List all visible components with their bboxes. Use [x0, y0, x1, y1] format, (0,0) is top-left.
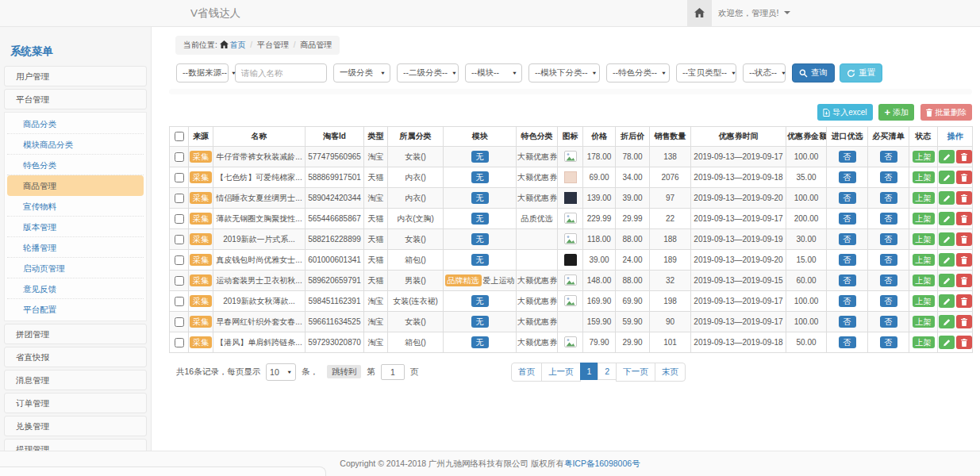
batch-delete-button[interactable]: 批量删除	[920, 104, 972, 121]
imported-toggle[interactable]: 否	[839, 213, 856, 225]
delete-button[interactable]	[956, 150, 972, 163]
icp-link[interactable]: 粤ICP备16098006号	[564, 459, 640, 468]
edit-button[interactable]	[939, 171, 955, 184]
imported-toggle[interactable]: 否	[839, 151, 856, 163]
status-badge[interactable]: 上架	[913, 316, 935, 328]
module-badge[interactable]: 无	[471, 151, 489, 163]
imported-toggle[interactable]: 否	[839, 171, 856, 183]
page-button[interactable]: 1	[580, 363, 599, 380]
status-badge[interactable]: 上架	[913, 254, 935, 266]
module-badge[interactable]: 无	[471, 171, 489, 183]
sidebar-group[interactable]: 用户管理	[4, 66, 147, 86]
must-buy-toggle[interactable]: 否	[880, 171, 897, 183]
delete-button[interactable]	[956, 336, 972, 349]
status-badge[interactable]: 上架	[913, 151, 935, 163]
delete-button[interactable]	[956, 253, 972, 267]
must-buy-toggle[interactable]: 否	[880, 336, 897, 348]
must-buy-toggle[interactable]: 否	[880, 274, 897, 286]
per-page-select[interactable]: 10▼	[266, 363, 296, 381]
delete-button[interactable]	[956, 294, 972, 308]
sidebar-item[interactable]: 启动页管理	[7, 258, 144, 278]
add-button[interactable]: +添加	[878, 104, 914, 121]
status-badge[interactable]: 上架	[913, 213, 935, 225]
page-button[interactable]: 上一页	[541, 363, 581, 382]
breadcrumb-home-link[interactable]: 首页	[220, 40, 246, 49]
imported-toggle[interactable]: 否	[839, 336, 856, 348]
home-button[interactable]	[687, 0, 712, 26]
user-menu[interactable]: 欢迎您，管理员!	[718, 0, 790, 26]
edit-button[interactable]	[939, 232, 955, 246]
must-buy-toggle[interactable]: 否	[880, 151, 897, 163]
jump-page-input[interactable]	[381, 364, 405, 380]
filter-select[interactable]: --宝贝类型--▼	[676, 63, 736, 83]
row-checkbox[interactable]	[175, 152, 184, 162]
must-buy-toggle[interactable]: 否	[880, 213, 897, 225]
module-badge[interactable]: 无	[471, 254, 489, 266]
edit-button[interactable]	[939, 253, 955, 267]
query-button[interactable]: 查询	[792, 63, 835, 83]
delete-button[interactable]	[956, 191, 972, 205]
delete-button[interactable]	[956, 315, 972, 328]
must-buy-toggle[interactable]: 否	[880, 316, 897, 328]
page-button[interactable]: 下一页	[616, 363, 655, 382]
sidebar-group[interactable]: 省直快报	[4, 347, 147, 367]
page-button[interactable]: 末页	[655, 363, 686, 382]
filter-select[interactable]: --状态--▼	[743, 63, 786, 83]
filter-select[interactable]: --二级分类--▼	[397, 63, 459, 83]
module-badge[interactable]: 无	[471, 316, 489, 328]
sidebar-item[interactable]: 版本管理	[7, 217, 144, 237]
status-badge[interactable]: 上架	[913, 171, 935, 183]
name-search-input[interactable]	[235, 63, 327, 83]
sidebar-item[interactable]: 意见反馈	[7, 278, 144, 299]
sidebar-item[interactable]: 轮播管理	[7, 237, 144, 258]
must-buy-toggle[interactable]: 否	[880, 254, 897, 266]
filter-select[interactable]: --模块--▼	[465, 63, 522, 83]
row-checkbox[interactable]	[175, 338, 184, 347]
delete-button[interactable]	[956, 274, 972, 287]
status-badge[interactable]: 上架	[913, 192, 935, 204]
edit-button[interactable]	[939, 274, 955, 287]
status-badge[interactable]: 上架	[913, 233, 935, 245]
filter-select[interactable]: 一级分类▼	[333, 63, 390, 83]
filter-select[interactable]: --数据来源--▼	[176, 63, 229, 83]
sidebar-group[interactable]: 拼团管理	[4, 324, 147, 344]
sidebar-item[interactable]: 宣传物料	[7, 196, 144, 217]
must-buy-toggle[interactable]: 否	[880, 192, 897, 204]
module-badge[interactable]: 无	[471, 192, 489, 204]
imported-toggle[interactable]: 否	[839, 316, 856, 328]
row-checkbox[interactable]	[175, 276, 184, 286]
row-checkbox[interactable]	[175, 194, 184, 203]
row-checkbox[interactable]	[175, 297, 184, 306]
module-badge[interactable]: 无	[471, 336, 489, 348]
status-badge[interactable]: 上架	[913, 295, 935, 307]
sidebar-item[interactable]: 特色分类	[7, 155, 144, 175]
must-buy-toggle[interactable]: 否	[880, 233, 897, 245]
page-button[interactable]: 2	[598, 363, 617, 380]
sidebar-item[interactable]: 平台配置	[7, 299, 144, 320]
reset-button[interactable]: 重置	[840, 63, 882, 83]
imported-toggle[interactable]: 否	[839, 192, 856, 204]
sidebar-item[interactable]: 模块商品分类	[7, 134, 144, 155]
imported-toggle[interactable]: 否	[839, 254, 856, 266]
row-checkbox[interactable]	[175, 173, 184, 182]
edit-button[interactable]	[939, 150, 955, 163]
sidebar-group[interactable]: 提现管理	[4, 439, 147, 451]
edit-button[interactable]	[939, 315, 955, 328]
import-excel-button[interactable]: 导入excel	[817, 104, 872, 121]
row-checkbox[interactable]	[175, 255, 184, 265]
edit-button[interactable]	[939, 336, 955, 349]
edit-button[interactable]	[939, 191, 955, 205]
row-checkbox[interactable]	[175, 317, 184, 327]
module-badge[interactable]: 无	[471, 213, 489, 225]
sidebar-item[interactable]: 商品分类	[7, 113, 144, 134]
edit-button[interactable]	[939, 212, 955, 225]
sidebar-group[interactable]: 订单管理	[4, 393, 147, 413]
select-all-checkbox[interactable]	[175, 132, 184, 141]
delete-button[interactable]	[956, 212, 972, 225]
sidebar-item[interactable]: 商品管理	[7, 175, 144, 196]
imported-toggle[interactable]: 否	[839, 295, 856, 307]
row-checkbox[interactable]	[175, 214, 184, 224]
page-button[interactable]: 首页	[511, 363, 542, 382]
must-buy-toggle[interactable]: 否	[880, 295, 897, 307]
filter-select[interactable]: --模块下分类--▼	[528, 63, 600, 83]
